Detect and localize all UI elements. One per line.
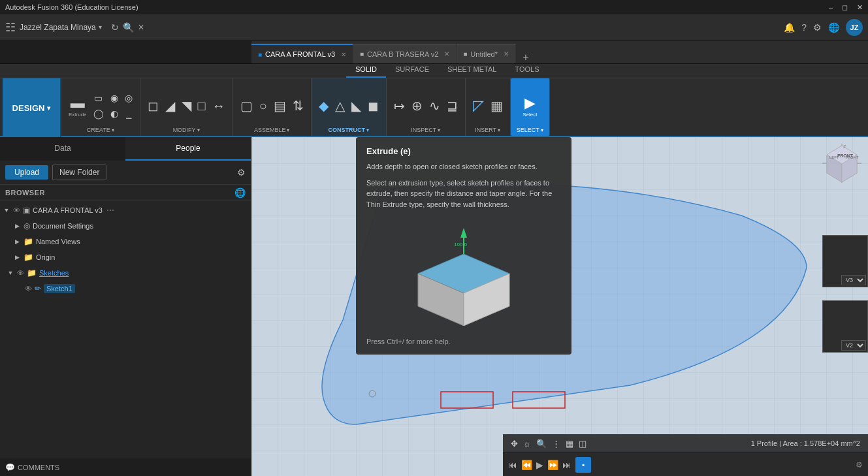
attach-canvas-icon: ▦ <box>490 98 503 114</box>
offset-plane-button[interactable]: ◆ <box>317 96 330 116</box>
apps-icon[interactable]: ☷ <box>5 20 16 35</box>
chevron-down-icon[interactable]: ▾ <box>99 24 102 31</box>
tree-eye-sketch1[interactable]: 👁 <box>25 285 32 293</box>
user-name[interactable]: Jazzel Zapata Minaya <box>20 23 96 32</box>
comments-bar[interactable]: 💬 COMMENTS <box>0 458 251 476</box>
tooltip-popup: Extrude (e) Adds depth to open or closed… <box>356 137 571 355</box>
timeline-play-btn[interactable]: ▶ <box>536 460 543 470</box>
timeline-prev-btn[interactable]: ⏪ <box>521 460 532 470</box>
tree-eye-root[interactable]: 👁 <box>13 206 20 214</box>
viewport[interactable]: Extrude (e) Adds depth to open or closed… <box>251 137 868 476</box>
press-pull-button[interactable]: ◻ <box>146 96 161 116</box>
tree-item-origin[interactable]: ▶ 📁 Origin <box>0 249 251 265</box>
interference-button[interactable]: ⊕ <box>410 96 425 116</box>
tab-close-1[interactable]: ✕ <box>341 51 346 58</box>
timeline-next-btn[interactable]: ⏩ <box>547 460 558 470</box>
pan-icon[interactable]: ☼ <box>523 439 531 449</box>
mini-select-top[interactable]: V3 V2 V1 <box>841 275 866 285</box>
svg-text:LEFT: LEFT <box>829 155 839 159</box>
coil-button[interactable]: ◎ <box>123 91 135 105</box>
tab-cara-a-frontal[interactable]: ■ CARA A FRONTAL v3 ✕ <box>251 44 353 63</box>
globe-icon[interactable]: 🌐 <box>234 187 246 198</box>
root-settings-icon[interactable]: ⋯ <box>106 206 114 215</box>
network-icon[interactable]: 🌐 <box>828 22 839 33</box>
tree-item-named-views[interactable]: ▶ 📁 Named Views <box>0 234 251 249</box>
search-icon[interactable]: 🔍 <box>123 22 134 33</box>
upload-button[interactable]: Upload <box>5 165 48 180</box>
ribbon-tab-sheet-metal[interactable]: SHEET METAL <box>438 64 506 78</box>
torus-button[interactable]: ◐ <box>108 106 120 121</box>
timeline-last-btn[interactable]: ⏭ <box>562 460 571 470</box>
plane-angle-button[interactable]: △ <box>333 96 347 116</box>
motion-link-button[interactable]: ⇅ <box>291 96 306 116</box>
insert-mesh-button[interactable]: ◸ <box>471 95 486 116</box>
settings-icon[interactable]: ⚙ <box>813 22 822 33</box>
ribbon-tab-tools[interactable]: TOOLS <box>506 64 548 78</box>
mini-select-bot[interactable]: V2 V3 V1 <box>841 340 866 351</box>
restore-btn[interactable]: ◻ <box>842 3 848 12</box>
tree-item-sketch1[interactable]: 👁 ✏ Sketch1 <box>0 281 251 296</box>
design-button[interactable]: DESIGN ▾ <box>3 78 61 137</box>
select-icons-row: ▶ Select <box>521 81 539 125</box>
tree-eye-sketches[interactable]: 👁 <box>17 269 24 277</box>
assemble-chevron-icon: ▾ <box>287 127 289 133</box>
box-icon: ▭ <box>94 93 103 103</box>
view-cube[interactable]: FRONT RIGHT LEFT Z <box>816 137 868 189</box>
tree-item-root[interactable]: ▼ 👁 ▣ CARA A FRONTAL v3 ⋯ <box>0 202 251 218</box>
tab-cara-b-trasera[interactable]: ■ CARA B TRASERA v2 ✕ <box>353 44 457 63</box>
cylinder-button[interactable]: ◯ <box>91 106 106 121</box>
close-btn[interactable]: ✕ <box>857 3 863 12</box>
tree-item-sketches[interactable]: ▼ 👁 📁 Sketches <box>0 265 251 281</box>
close-doc-icon[interactable]: ✕ <box>138 23 144 32</box>
timeline-marker[interactable]: ▪ <box>575 457 591 473</box>
timeline-settings-icon[interactable]: ⚙ <box>856 460 863 469</box>
timeline-first-btn[interactable]: ⏮ <box>508 460 517 470</box>
grid-toggle-icon[interactable]: ▦ <box>566 439 573 449</box>
new-tab-button[interactable]: + <box>516 52 536 63</box>
curvature-button[interactable]: ∿ <box>427 96 442 116</box>
tab-close-3[interactable]: ✕ <box>504 50 509 57</box>
box-button[interactable]: ▭ <box>91 91 106 105</box>
new-component-button[interactable]: ▢ <box>238 96 255 116</box>
rigid-group-button[interactable]: ▤ <box>272 96 288 116</box>
tab-close-2[interactable]: ✕ <box>444 50 449 57</box>
ribbon-tab-surface[interactable]: SURFACE <box>386 64 438 78</box>
create-section-label: CREATE ▾ <box>87 127 114 133</box>
analysis-button[interactable]: ⊒ <box>445 96 460 116</box>
select-button[interactable]: ▶ Select <box>521 93 539 119</box>
refresh-icon[interactable]: ↻ <box>111 22 119 33</box>
scale-button[interactable]: ↔ <box>210 97 227 116</box>
shell-button[interactable]: □ <box>196 97 208 116</box>
new-folder-button[interactable]: New Folder <box>52 165 106 180</box>
avatar: JZ <box>846 19 863 36</box>
ribbon-tab-solid[interactable]: SOLID <box>346 64 386 78</box>
midplane-button[interactable]: ◼ <box>366 96 381 116</box>
zoom-fit-icon[interactable]: ⋮ <box>552 439 560 449</box>
notification-icon[interactable]: 🔔 <box>784 22 795 33</box>
panel-settings-icon[interactable]: ⚙ <box>237 167 246 178</box>
tab-untitled[interactable]: ■ Untitled* ✕ <box>457 44 516 63</box>
extrude-button[interactable]: ▬ Extrude <box>67 93 89 119</box>
attach-canvas-button[interactable]: ▦ <box>489 96 505 116</box>
panel-tab-data[interactable]: Data <box>0 137 125 161</box>
svg-text:RIGHT: RIGHT <box>846 155 859 159</box>
help-icon[interactable]: ? <box>801 22 807 33</box>
zoom-icon[interactable]: 🔍 <box>536 439 547 449</box>
tree-arrow-root: ▼ <box>3 207 10 214</box>
minimize-btn[interactable]: – <box>829 3 833 11</box>
ribbon-section-select: ▶ Select SELECT ▾ <box>511 78 550 136</box>
joint-button[interactable]: ○ <box>257 97 269 116</box>
display-settings-icon[interactable]: ◫ <box>579 439 587 449</box>
measure-button[interactable]: ↦ <box>392 96 407 116</box>
panel-tab-people[interactable]: People <box>125 137 251 161</box>
browser-header: BROWSER 🌐 <box>0 185 251 201</box>
tangent-plane-icon: ◣ <box>351 98 361 114</box>
fillet-button[interactable]: ◢ <box>163 96 177 116</box>
tangent-plane-button[interactable]: ◣ <box>349 96 363 116</box>
coil-icon: ◎ <box>125 93 133 103</box>
tree-item-doc-settings[interactable]: ▶ ◎ Document Settings <box>0 218 251 234</box>
chamfer-button[interactable]: ◥ <box>180 96 193 116</box>
sphere-button[interactable]: ◉ <box>108 91 120 105</box>
pipe-button[interactable]: ⎯ <box>123 106 135 121</box>
orbit-icon[interactable]: ✥ <box>511 439 518 449</box>
